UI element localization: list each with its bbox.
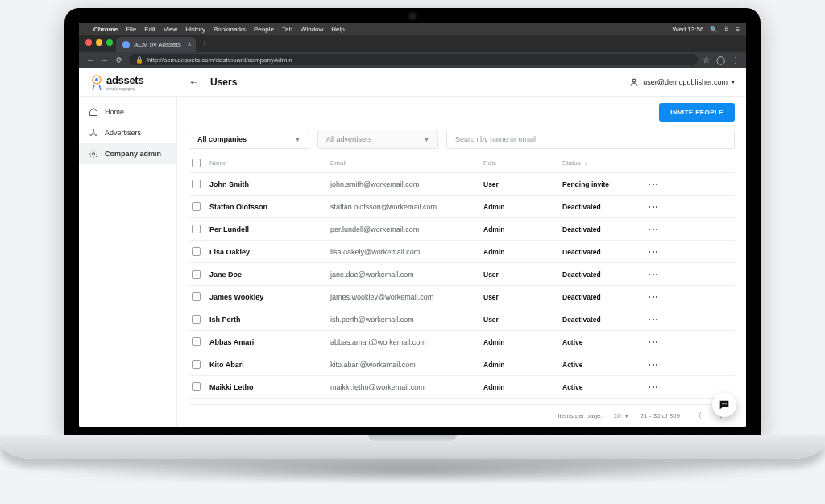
nav-forward-icon[interactable]: →	[100, 56, 110, 64]
table-row[interactable]: Kito Abarikito.abari@workemail.comAdminA…	[189, 353, 735, 376]
companies-select-value: All companies	[197, 135, 247, 143]
cell-email: per.lundell@workemail.com	[330, 225, 483, 233]
profile-icon[interactable]: ◯	[716, 56, 725, 64]
menu-edit[interactable]: Edit	[144, 26, 155, 33]
menu-chrome[interactable]: Chrome	[93, 26, 118, 33]
svg-point-9	[725, 403, 726, 404]
address-bar[interactable]: 🔒 http://acm.adssets.com/dashboard/compa…	[129, 54, 698, 65]
row-checkbox[interactable]	[192, 225, 201, 233]
menu-tab[interactable]: Tab	[282, 26, 292, 33]
row-checkbox[interactable]	[192, 382, 201, 391]
site-lock-icon[interactable]: 🔒	[135, 56, 143, 64]
row-more-icon[interactable]: ⋮	[641, 314, 659, 324]
filters-row: All companies ▼ All advertisers ▼ Search…	[189, 130, 735, 149]
nav-back-icon[interactable]: ←	[85, 56, 95, 64]
pagination-prev-button[interactable]: 〈	[691, 411, 705, 421]
menu-window[interactable]: Window	[301, 26, 323, 33]
row-checkbox[interactable]	[192, 337, 201, 346]
row-more-icon[interactable]: ⋮	[641, 246, 659, 257]
new-tab-button[interactable]: +	[196, 38, 214, 49]
cell-role: User	[483, 271, 562, 279]
sidebar: Home Advertisers Company a	[79, 97, 177, 427]
menu-help[interactable]: Help	[331, 26, 344, 33]
table-row[interactable]: Per Lundellper.lundell@workemail.comAdmi…	[189, 218, 735, 241]
fullscreen-window-icon[interactable]	[106, 39, 113, 46]
row-checkbox[interactable]	[192, 315, 201, 324]
content-area: INVITE PEOPLE All companies ▼ All advert…	[177, 97, 746, 427]
row-checkbox[interactable]	[192, 247, 201, 256]
pagination-range: 21 - 30 of 859	[641, 412, 680, 419]
row-more-icon[interactable]: ⋮	[641, 224, 659, 234]
laptop-shadow	[32, 459, 793, 483]
browser-tab[interactable]: ACM by Adssets ×	[116, 37, 196, 52]
sidebar-item-company-admin[interactable]: Company admin	[79, 143, 176, 164]
table-row[interactable]: Jane Doejane.doe@workemail.comUserDeacti…	[189, 263, 735, 286]
menu-people[interactable]: People	[254, 26, 274, 33]
nav-reload-icon[interactable]: ⟳	[114, 56, 124, 64]
svg-point-6	[93, 153, 95, 155]
th-email[interactable]: Email	[330, 159, 483, 167]
header-user[interactable]: user@demopublisher.com ▾	[629, 77, 735, 87]
sidebar-item-home[interactable]: Home	[79, 101, 176, 122]
sidebar-item-advertisers[interactable]: Advertisers	[79, 122, 176, 143]
bookmark-star-icon[interactable]: ☆	[703, 56, 710, 64]
app-root: adssets simply engaging ← Users user@dem…	[79, 68, 746, 427]
brand-logo[interactable]: adssets simply engaging	[90, 72, 177, 91]
menu-history[interactable]: History	[185, 26, 205, 33]
table-row[interactable]: Lisa Oakleylisa.oakely@workemail.comAdmi…	[189, 241, 735, 263]
table-row[interactable]: Staffan Olofssonstaffan.olofsson@workema…	[189, 196, 735, 218]
row-checkbox[interactable]	[192, 292, 201, 301]
menubar-more-icon[interactable]: ≡	[736, 26, 740, 33]
minimize-window-icon[interactable]	[96, 39, 102, 46]
cell-name: John Smith	[209, 180, 330, 188]
search-input[interactable]: Search by name or email	[446, 130, 735, 149]
companies-select[interactable]: All companies ▼	[189, 130, 309, 149]
cell-role: Admin	[483, 248, 562, 256]
row-checkbox[interactable]	[192, 270, 201, 279]
table-row[interactable]: James Wookleyjames.wookley@workemail.com…	[189, 286, 735, 308]
table-row[interactable]: Ish Perthish.perth@workemail.comUserDeac…	[189, 308, 735, 331]
th-status[interactable]: Status ↓	[562, 159, 641, 167]
cell-status: Deactivated	[562, 225, 641, 233]
select-all-checkbox[interactable]	[192, 159, 201, 167]
menu-view[interactable]: View	[164, 26, 177, 33]
pagination: Items per page: 10 ▼ 21 - 30 of 859 〈 〉	[189, 404, 735, 427]
row-more-icon[interactable]: ⋮	[641, 179, 659, 189]
invite-people-button[interactable]: INVITE PEOPLE	[659, 103, 735, 122]
cell-status: Deactivated	[562, 248, 641, 256]
svg-point-8	[723, 403, 724, 404]
chrome-menu-icon[interactable]: ⋮	[732, 56, 740, 64]
row-checkbox[interactable]	[192, 202, 201, 211]
row-checkbox[interactable]	[192, 360, 201, 369]
table-row[interactable]: Abbas Amariabbas.amari@workemail.comAdmi…	[189, 331, 735, 353]
gear-icon	[89, 149, 98, 159]
tab-favicon-icon	[122, 41, 130, 48]
items-per-page-select[interactable]: 10 ▼	[614, 412, 629, 419]
tab-close-icon[interactable]: ×	[187, 40, 191, 48]
cell-name: James Wookley	[209, 293, 330, 301]
th-role[interactable]: Role	[483, 159, 562, 167]
chrome-toolbar: ← → ⟳ 🔒 http://acm.adssets.com/dashboard…	[79, 52, 746, 68]
row-more-icon[interactable]: ⋮	[641, 269, 659, 279]
table-row[interactable]: John Smithjohn.smith@workemail.comUserPe…	[189, 173, 735, 196]
control-center-icon[interactable]: ⠿	[724, 26, 729, 33]
table-row[interactable]: Maikki Lethomaikki.letho@workemail.comAd…	[189, 376, 735, 399]
row-more-icon[interactable]: ⋮	[641, 337, 659, 347]
close-window-icon[interactable]	[85, 39, 92, 46]
page-back-button[interactable]: ←	[185, 76, 202, 88]
cell-email: lisa.oakely@workemail.com	[330, 248, 483, 256]
th-name[interactable]: Name	[209, 159, 330, 167]
window-controls[interactable]	[85, 39, 113, 46]
menu-bookmarks[interactable]: Bookmarks	[214, 26, 246, 33]
cell-status: Deactivated	[562, 293, 641, 301]
spotlight-icon[interactable]: 🔍	[710, 26, 718, 33]
row-more-icon[interactable]: ⋮	[641, 201, 659, 212]
advertisers-select[interactable]: All advertisers ▼	[317, 130, 438, 149]
row-more-icon[interactable]: ⋮	[641, 359, 659, 370]
row-more-icon[interactable]: ⋮	[641, 382, 659, 392]
row-more-icon[interactable]: ⋮	[641, 291, 659, 302]
pagination-label: Items per page:	[558, 412, 603, 419]
row-checkbox[interactable]	[192, 180, 201, 188]
chat-fab[interactable]	[712, 393, 736, 417]
menu-file[interactable]: File	[126, 26, 136, 33]
